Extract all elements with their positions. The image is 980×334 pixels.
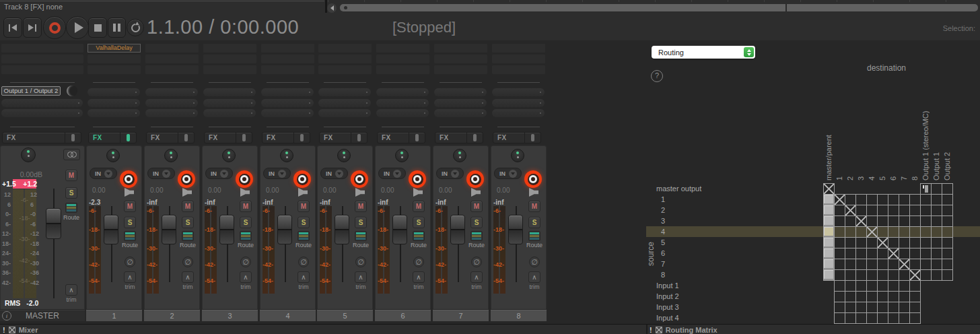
matrix-cell[interactable] [834, 312, 845, 324]
matrix-cell[interactable] [888, 248, 899, 259]
matrix-cell[interactable] [855, 226, 867, 238]
matrix-cell[interactable] [899, 205, 910, 216]
matrix-cell[interactable] [834, 248, 845, 259]
route-button[interactable] [528, 231, 540, 241]
window-close-icon[interactable] [656, 327, 662, 333]
pan-knob[interactable] [21, 147, 36, 162]
matrix-row-label[interactable]: Input 3 [656, 302, 679, 312]
matrix-cell[interactable] [909, 194, 921, 205]
matrix-cell[interactable] [877, 302, 888, 313]
matrix-cell[interactable] [909, 312, 921, 324]
speaker-icon[interactable] [471, 188, 481, 197]
stop-button[interactable] [88, 18, 107, 38]
mute-button[interactable]: M [65, 170, 77, 181]
matrix-cell[interactable] [823, 194, 835, 205]
matrix-cell[interactable] [855, 269, 867, 281]
send-slot[interactable] [203, 99, 256, 107]
matrix-cell[interactable] [877, 237, 888, 248]
matrix-cell[interactable] [855, 215, 867, 227]
matrix-cell[interactable] [920, 215, 932, 227]
fx-bypass-handle[interactable] [466, 133, 483, 143]
matrix-cell[interactable] [823, 226, 835, 238]
solo-button[interactable]: S [355, 217, 367, 228]
volume-fader[interactable] [392, 215, 407, 244]
matrix-cell[interactable] [877, 280, 888, 292]
matrix-cell[interactable] [823, 205, 835, 216]
fx-bar[interactable]: FX [319, 132, 368, 143]
record-arm-button[interactable] [524, 170, 542, 188]
matrix-cell[interactable] [866, 248, 878, 259]
matrix-column-header[interactable]: 5 [877, 94, 888, 180]
input-button[interactable]: IN [320, 168, 348, 179]
fx-bar[interactable]: FX [204, 132, 252, 143]
matrix-cell[interactable] [855, 205, 867, 216]
route-button[interactable] [182, 231, 194, 241]
input-dropdown-icon[interactable] [104, 170, 112, 178]
matrix-cell[interactable] [866, 312, 878, 324]
matrix-cell[interactable] [931, 237, 942, 248]
input-button[interactable]: IN [90, 168, 117, 179]
send-slot[interactable] [88, 109, 140, 117]
pan-knob[interactable] [164, 149, 178, 162]
matrix-output-level-cell[interactable] [920, 183, 932, 195]
input-button[interactable]: IN [263, 168, 291, 179]
matrix-cell[interactable] [877, 215, 888, 227]
record-arm-button[interactable] [236, 170, 253, 188]
matrix-cell[interactable] [866, 269, 878, 281]
matrix-cell[interactable] [888, 312, 899, 324]
matrix-cell[interactable] [834, 237, 845, 248]
master-name-cell[interactable]: i MASTER [0, 310, 85, 321]
fx-insert-slot[interactable] [261, 44, 314, 53]
route-button[interactable] [240, 231, 252, 241]
pan-knob[interactable] [337, 149, 351, 162]
matrix-cell[interactable] [834, 205, 845, 216]
matrix-cell[interactable] [823, 215, 835, 227]
fx-insert-slot[interactable] [492, 44, 545, 53]
matrix-cell[interactable] [909, 269, 921, 281]
pan-knob[interactable] [280, 149, 293, 162]
fx-bypass-handle[interactable] [236, 133, 252, 143]
matrix-cell[interactable] [877, 269, 888, 281]
matrix-row-label[interactable]: 5 [656, 237, 665, 248]
transport-time-readout[interactable]: 1.1.00 / 0:00.000 [147, 16, 299, 38]
mute-button[interactable]: M [413, 201, 425, 212]
record-arm-button[interactable] [466, 170, 484, 188]
matrix-cell[interactable] [823, 269, 835, 281]
volume-fader[interactable] [508, 215, 523, 244]
matrix-cell[interactable] [866, 194, 878, 205]
matrix-cell[interactable] [855, 312, 867, 324]
send-slot[interactable] [261, 99, 314, 107]
matrix-cell[interactable] [845, 215, 856, 227]
send-slot[interactable] [318, 99, 371, 107]
mixer-tab[interactable]: ! Mixer [3, 325, 38, 334]
send-slot[interactable] [145, 88, 198, 96]
matrix-cell[interactable] [823, 183, 835, 195]
scroll-left-button[interactable] [327, 3, 337, 13]
matrix-cell[interactable] [909, 226, 921, 238]
matrix-cell[interactable] [920, 205, 932, 216]
matrix-column-header[interactable]: Output 2 [942, 94, 952, 180]
matrix-cell[interactable] [942, 215, 953, 227]
matrix-cell[interactable] [845, 269, 856, 281]
matrix-cell[interactable] [942, 205, 953, 216]
matrix-row-label[interactable]: 6 [656, 248, 665, 259]
matrix-cell[interactable] [899, 302, 910, 313]
matrix-column-header[interactable]: 4 [866, 94, 877, 180]
send-slot[interactable] [376, 99, 429, 107]
trim-button[interactable]: ∧ [65, 284, 77, 296]
matrix-cell[interactable] [909, 280, 921, 292]
matrix-cell[interactable] [877, 291, 888, 302]
send-slot[interactable] [318, 88, 371, 96]
play-button[interactable] [66, 16, 89, 39]
track-name-cell[interactable]: 7 [433, 310, 489, 321]
send-slot[interactable] [145, 109, 198, 117]
matrix-cell[interactable] [931, 183, 942, 195]
input-dropdown-icon[interactable] [509, 170, 517, 178]
matrix-cell[interactable] [899, 291, 910, 302]
volume-fader[interactable] [277, 215, 292, 244]
matrix-row-label[interactable]: Input 4 [656, 312, 679, 323]
matrix-row-label[interactable]: 8 [656, 269, 665, 280]
matrix-cell[interactable] [845, 226, 856, 238]
speaker-icon[interactable] [529, 188, 538, 197]
route-button[interactable] [124, 231, 136, 241]
